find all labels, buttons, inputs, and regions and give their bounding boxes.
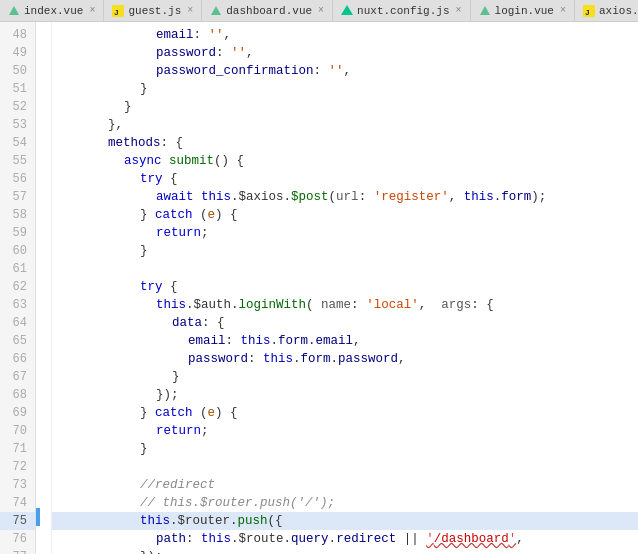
- line-num-54: 54: [0, 134, 35, 152]
- code-line-72: [52, 458, 638, 476]
- line-num-65: 65: [0, 332, 35, 350]
- code-line-66: password: this.form.password,: [52, 350, 638, 368]
- tab-login-vue[interactable]: login.vue ×: [471, 0, 575, 21]
- code-line-61: [52, 260, 638, 278]
- tab-label: nuxt.config.js: [357, 5, 449, 17]
- line-num-50: 50: [0, 62, 35, 80]
- tab-close-icon[interactable]: ×: [560, 5, 566, 16]
- code-line-65: email: this.form.email,: [52, 332, 638, 350]
- tab-label: index.vue: [24, 5, 83, 17]
- line-num-77: 77: [0, 548, 35, 554]
- code-line-53: },: [52, 116, 638, 134]
- code-line-67: }: [52, 368, 638, 386]
- line-num-66: 66: [0, 350, 35, 368]
- code-line-68: });: [52, 386, 638, 404]
- tab-label: guest.js: [128, 5, 181, 17]
- tab-index-vue[interactable]: index.vue ×: [0, 0, 104, 21]
- tab-label: dashboard.vue: [226, 5, 312, 17]
- code-line-51: }: [52, 80, 638, 98]
- tab-axios-js[interactable]: J axios.js ×: [575, 0, 638, 21]
- line-num-75: 75: [0, 512, 35, 530]
- editor-gutter: [36, 22, 52, 554]
- svg-marker-0: [9, 6, 19, 15]
- editor: 48 49 50 51 52 53 54 55 56 57 58 59 60 6…: [0, 22, 638, 554]
- code-line-75: this.$router.push({: [52, 512, 638, 530]
- tab-close-icon[interactable]: ×: [89, 5, 95, 16]
- code-line-59: return;: [52, 224, 638, 242]
- code-line-63: this.$auth.loginWith( name: 'local', arg…: [52, 296, 638, 314]
- line-num-68: 68: [0, 386, 35, 404]
- line-num-52: 52: [0, 98, 35, 116]
- code-line-58: } catch (e) {: [52, 206, 638, 224]
- vue-icon: [8, 5, 20, 17]
- vue-icon: [210, 5, 222, 17]
- line-num-57: 57: [0, 188, 35, 206]
- code-line-73: //redirect: [52, 476, 638, 494]
- nuxt-icon: [341, 5, 353, 17]
- code-line-60: }: [52, 242, 638, 260]
- line-num-58: 58: [0, 206, 35, 224]
- code-line-74: // this.$router.push('/');: [52, 494, 638, 512]
- line-num-67: 67: [0, 368, 35, 386]
- line-num-70: 70: [0, 422, 35, 440]
- line-num-63: 63: [0, 296, 35, 314]
- code-line-48: email: '',: [52, 26, 638, 44]
- code-line-76: path: this.$route.query.redirect || '/da…: [52, 530, 638, 548]
- line-num-53: 53: [0, 116, 35, 134]
- tab-label: login.vue: [495, 5, 554, 17]
- tab-guest-js[interactable]: J guest.js ×: [104, 0, 202, 21]
- line-num-49: 49: [0, 44, 35, 62]
- line-num-48: 48: [0, 26, 35, 44]
- line-num-64: 64: [0, 314, 35, 332]
- code-line-56: try {: [52, 170, 638, 188]
- line-num-60: 60: [0, 242, 35, 260]
- line-num-59: 59: [0, 224, 35, 242]
- line-num-71: 71: [0, 440, 35, 458]
- code-line-77: });: [52, 548, 638, 554]
- line-num-69: 69: [0, 404, 35, 422]
- tab-label: axios.js: [599, 5, 638, 17]
- code-line-57: await this.$axios.$post(url: 'register',…: [52, 188, 638, 206]
- js-icon: J: [583, 5, 595, 17]
- code-line-69: } catch (e) {: [52, 404, 638, 422]
- svg-text:J: J: [114, 8, 119, 17]
- code-line-62: try {: [52, 278, 638, 296]
- line-num-74: 74: [0, 494, 35, 512]
- code-line-55: async submit() {: [52, 152, 638, 170]
- code-line-54: methods: {: [52, 134, 638, 152]
- tab-close-icon[interactable]: ×: [187, 5, 193, 16]
- svg-marker-4: [341, 5, 353, 15]
- line-num-76: 76: [0, 530, 35, 548]
- svg-marker-3: [211, 6, 221, 15]
- tab-close-icon[interactable]: ×: [456, 5, 462, 16]
- code-line-49: password: '',: [52, 44, 638, 62]
- js-icon: J: [112, 5, 124, 17]
- tab-close-icon[interactable]: ×: [318, 5, 324, 16]
- line-num-72: 72: [0, 458, 35, 476]
- svg-marker-5: [480, 6, 490, 15]
- line-num-55: 55: [0, 152, 35, 170]
- vue-icon: [479, 5, 491, 17]
- tab-dashboard-vue[interactable]: dashboard.vue ×: [202, 0, 333, 21]
- line-num-61: 61: [0, 260, 35, 278]
- tab-nuxt-config-js[interactable]: nuxt.config.js ×: [333, 0, 470, 21]
- code-line-50: password_confirmation: '',: [52, 62, 638, 80]
- line-numbers: 48 49 50 51 52 53 54 55 56 57 58 59 60 6…: [0, 22, 36, 554]
- tab-bar: index.vue × J guest.js × dashboard.vue ×…: [0, 0, 638, 22]
- code-line-71: }: [52, 440, 638, 458]
- code-editor[interactable]: email: '', password: '', password_confir…: [52, 22, 638, 554]
- line-num-51: 51: [0, 80, 35, 98]
- code-line-64: data: {: [52, 314, 638, 332]
- line-num-73: 73: [0, 476, 35, 494]
- code-line-52: }: [52, 98, 638, 116]
- line-num-56: 56: [0, 170, 35, 188]
- line-num-62: 62: [0, 278, 35, 296]
- code-line-70: return;: [52, 422, 638, 440]
- svg-text:J: J: [585, 8, 590, 17]
